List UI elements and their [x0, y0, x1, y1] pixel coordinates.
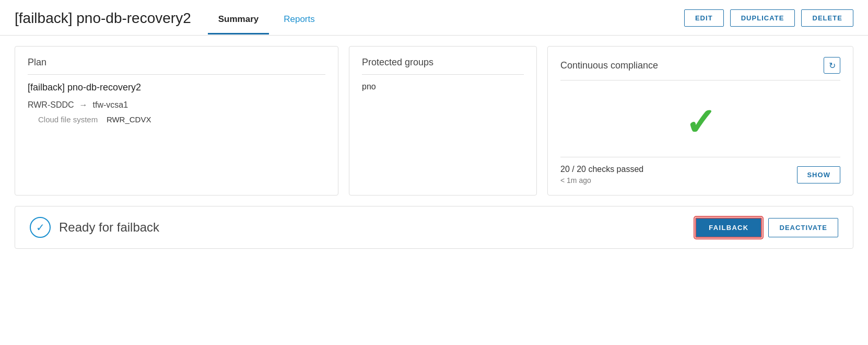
checkmark-area: ✓ — [560, 88, 840, 152]
plan-name: [failback] pno-db-recovery2 — [28, 82, 325, 93]
refresh-button[interactable]: ↻ — [824, 57, 840, 74]
refresh-icon: ↻ — [829, 61, 836, 71]
status-text: Ready for failback — [59, 220, 159, 235]
plan-source: RWR-SDDC — [28, 100, 74, 110]
status-left: ✓ Ready for failback — [30, 217, 159, 238]
protected-groups-title: Protected groups — [362, 57, 524, 75]
tab-summary[interactable]: Summary — [208, 10, 269, 34]
plan-filesystem: Cloud file system RWR_CDVX — [38, 115, 325, 124]
check-circle-icon: ✓ — [36, 221, 45, 234]
status-bar: ✓ Ready for failback FAILBACK DEACTIVATE — [15, 206, 853, 249]
compliance-time-ago: < 1m ago — [560, 176, 643, 185]
checks-passed-text: 20 / 20 checks passed — [560, 165, 643, 174]
compliance-stats: 20 / 20 checks passed < 1m ago — [560, 165, 643, 185]
main-content: Plan [failback] pno-db-recovery2 RWR-SDD… — [0, 36, 868, 259]
edit-button[interactable]: EDIT — [684, 9, 724, 27]
tab-reports[interactable]: Reports — [273, 10, 325, 34]
duplicate-button[interactable]: DUPLICATE — [730, 9, 795, 27]
compliance-card: Continuous compliance ↻ ✓ 20 / 20 checks… — [547, 46, 853, 196]
status-circle-icon: ✓ — [30, 217, 51, 238]
group-item: pno — [362, 82, 524, 91]
delete-button[interactable]: DELETE — [801, 9, 853, 27]
tab-bar: Summary Reports — [208, 10, 684, 34]
plan-card: Plan [failback] pno-db-recovery2 RWR-SDD… — [15, 46, 338, 196]
failback-button[interactable]: FAILBACK — [695, 217, 762, 238]
compliance-checkmark-icon: ✓ — [685, 104, 716, 141]
header-actions: EDIT DUPLICATE DELETE — [684, 9, 853, 35]
cards-row: Plan [failback] pno-db-recovery2 RWR-SDD… — [15, 46, 853, 196]
compliance-footer: 20 / 20 checks passed < 1m ago SHOW — [560, 157, 840, 185]
status-actions: FAILBACK DEACTIVATE — [695, 217, 838, 238]
page-header: [failback] pno-db-recovery2 Summary Repo… — [0, 0, 868, 36]
page-title: [failback] pno-db-recovery2 — [15, 10, 191, 35]
arrow-icon: → — [79, 100, 88, 110]
protected-groups-card: Protected groups pno — [349, 46, 537, 196]
plan-fs-value: RWR_CDVX — [107, 115, 151, 124]
deactivate-button[interactable]: DEACTIVATE — [768, 218, 838, 237]
plan-destination: tfw-vcsa1 — [93, 100, 128, 110]
show-button[interactable]: SHOW — [797, 166, 840, 183]
compliance-title: Continuous compliance ↻ — [560, 57, 840, 80]
plan-route: RWR-SDDC → tfw-vcsa1 — [28, 100, 325, 110]
plan-card-title: Plan — [28, 57, 325, 75]
plan-fs-label: Cloud file system — [38, 115, 98, 124]
